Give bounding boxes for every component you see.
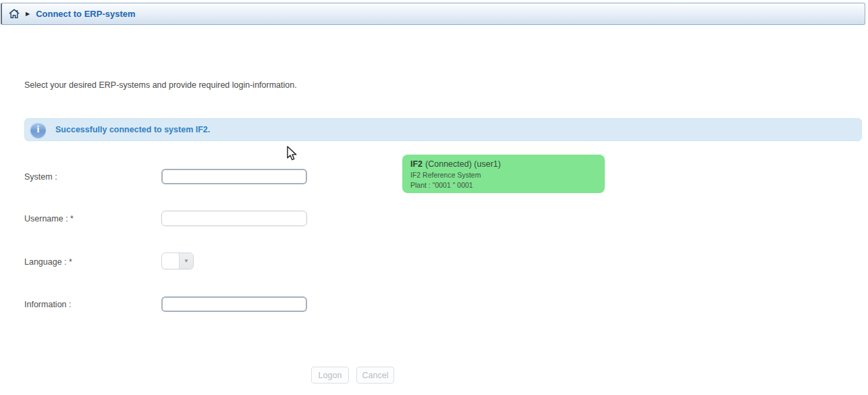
connection-description: IF2 Reference System [410, 171, 597, 179]
system-label: System : [24, 172, 57, 182]
success-alert: i Successfully connected to system IF2. [24, 118, 862, 141]
language-label: Language : * [24, 257, 72, 267]
breadcrumb-separator-icon: ▶ [26, 11, 30, 17]
connection-card-title: IF2(Connected) (user1) [410, 159, 597, 169]
username-label: Username : * [24, 214, 74, 224]
page: ▶ Connect to ERP-system Select your desi… [0, 0, 868, 395]
username-input[interactable] [161, 211, 307, 226]
home-icon[interactable] [9, 9, 20, 19]
breadcrumb-title[interactable]: Connect to ERP-system [36, 9, 135, 19]
chevron-down-icon[interactable]: ▼ [180, 253, 193, 269]
info-icon: i [30, 122, 46, 138]
intro-text: Select your desired ERP-systems and prov… [24, 80, 297, 90]
logon-button[interactable]: Logon [311, 367, 349, 384]
alert-message: Successfully connected to system IF2. [55, 125, 210, 134]
information-input[interactable] [161, 296, 307, 312]
connection-plant: Plant : "0001 " 0001 [410, 181, 597, 189]
system-input[interactable] [161, 169, 307, 184]
mouse-cursor-icon [286, 146, 299, 163]
connection-status: (Connected) (user1) [425, 159, 501, 169]
information-label: Information : [24, 300, 71, 310]
language-select-value [162, 253, 180, 269]
connection-card[interactable]: IF2(Connected) (user1) IF2 Reference Sys… [402, 155, 605, 193]
breadcrumb-bar: ▶ Connect to ERP-system [1, 3, 865, 25]
connection-system-name: IF2 [410, 159, 423, 169]
cancel-button[interactable]: Cancel [356, 367, 394, 384]
language-select[interactable]: ▼ [161, 253, 194, 269]
